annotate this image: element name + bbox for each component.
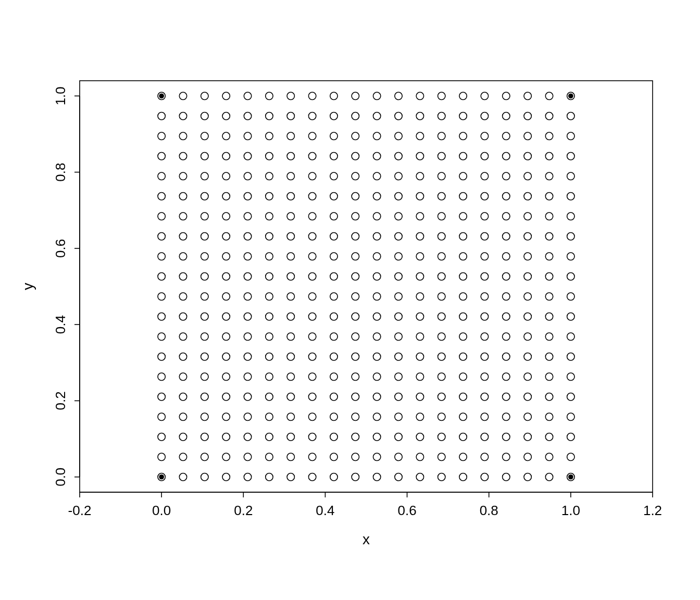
grid-point — [481, 413, 488, 420]
grid-point — [266, 113, 273, 120]
grid-point — [308, 373, 316, 380]
grid-point — [503, 413, 510, 420]
grid-point — [352, 373, 359, 380]
grid-point — [545, 433, 553, 441]
grid-point — [308, 333, 316, 340]
corner-point — [159, 93, 164, 98]
grid-point — [567, 132, 574, 140]
grid-point — [503, 373, 510, 380]
grid-point — [330, 433, 338, 441]
grid-point — [266, 213, 273, 220]
grid-point — [503, 92, 510, 99]
grid-point — [330, 153, 338, 160]
grid-point — [179, 193, 186, 200]
grid-point — [330, 373, 338, 380]
grid-point — [201, 132, 208, 140]
grid-point — [287, 132, 294, 140]
grid-point — [330, 453, 338, 460]
grid-point — [244, 132, 251, 140]
grid-point — [459, 213, 467, 220]
grid-point — [308, 233, 316, 240]
grid-point — [287, 213, 294, 220]
grid-point — [459, 273, 467, 280]
grid-point — [287, 92, 294, 99]
grid-point — [179, 253, 186, 260]
grid-point — [459, 313, 467, 320]
grid-point — [222, 293, 230, 300]
grid-point — [266, 373, 273, 380]
grid-point — [222, 213, 230, 220]
grid-point — [459, 113, 467, 120]
grid-point — [524, 413, 531, 420]
grid-point — [373, 92, 380, 99]
x-tick-label: 0.8 — [480, 503, 498, 518]
grid-point — [179, 153, 186, 160]
grid-point — [503, 353, 510, 360]
grid-point — [352, 313, 359, 320]
grid-point — [330, 233, 338, 240]
grid-point — [287, 413, 294, 420]
grid-point — [503, 453, 510, 460]
grid-point — [395, 333, 402, 340]
grid-point — [287, 453, 294, 460]
grid-point — [459, 92, 467, 99]
grid-point — [373, 373, 380, 380]
grid-point — [438, 132, 445, 140]
grid-point — [244, 293, 251, 300]
grid-point — [416, 353, 423, 360]
grid-point — [222, 132, 230, 140]
grid-point — [330, 413, 338, 420]
grid-point — [524, 333, 531, 340]
grid-point — [201, 453, 208, 460]
grid-point — [545, 393, 553, 401]
grid-point — [201, 233, 208, 240]
y-tick-label: 0.0 — [53, 468, 68, 486]
grid-point — [201, 413, 208, 420]
grid-point — [158, 353, 165, 360]
grid-point — [308, 413, 316, 420]
grid-point — [222, 172, 230, 180]
grid-point — [201, 373, 208, 380]
grid-point — [266, 333, 273, 340]
grid-point — [459, 353, 467, 360]
grid-point — [373, 213, 380, 220]
grid-point — [438, 213, 445, 220]
grid-point — [158, 293, 165, 300]
grid-point — [524, 433, 531, 441]
grid-point — [222, 353, 230, 360]
grid-point — [481, 373, 488, 380]
grid-point — [481, 92, 488, 99]
grid-point — [545, 193, 553, 200]
grid-point — [438, 153, 445, 160]
grid-point — [330, 313, 338, 320]
grid-point — [201, 313, 208, 320]
grid-point — [330, 213, 338, 220]
grid-point — [158, 253, 165, 260]
grid-point — [545, 293, 553, 300]
grid-point — [459, 132, 467, 140]
grid-point — [481, 253, 488, 260]
grid-point — [438, 433, 445, 441]
grid-point — [503, 253, 510, 260]
grid-point — [545, 373, 553, 380]
grid-point — [545, 333, 553, 340]
grid-point — [481, 313, 488, 320]
grid-point — [287, 393, 294, 401]
grid-point — [395, 193, 402, 200]
grid-point — [373, 233, 380, 240]
grid-point — [266, 132, 273, 140]
grid-point — [373, 473, 380, 481]
grid-point — [158, 373, 165, 380]
grid-point — [567, 293, 574, 300]
grid-point — [524, 293, 531, 300]
grid-point — [524, 172, 531, 180]
grid-point — [438, 413, 445, 420]
grid-point — [459, 193, 467, 200]
grid-point — [158, 153, 165, 160]
grid-point — [416, 473, 423, 481]
grid-point — [416, 373, 423, 380]
grid-point — [481, 293, 488, 300]
grid-point — [158, 333, 165, 340]
grid-point — [308, 393, 316, 401]
grid-point — [503, 333, 510, 340]
